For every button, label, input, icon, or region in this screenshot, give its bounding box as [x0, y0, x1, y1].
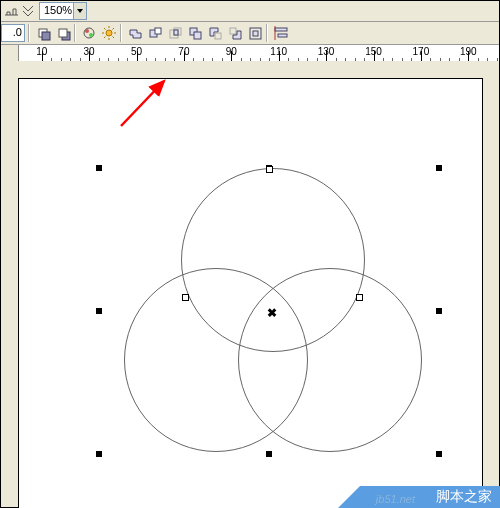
ruler-label: 50 [131, 46, 142, 57]
watermark-url: jb51.net [376, 493, 415, 505]
selection-handle[interactable] [266, 451, 272, 457]
svg-point-5 [85, 29, 89, 33]
ruler-label: 110 [270, 46, 287, 57]
front-minus-back-icon[interactable] [206, 24, 225, 43]
separator [120, 24, 122, 42]
watermark-text: 脚本之家 [436, 488, 492, 506]
shape-node[interactable] [356, 294, 363, 301]
selection-handle[interactable] [436, 165, 442, 171]
ruler-label: 190 [460, 46, 477, 57]
svg-rect-19 [275, 28, 287, 31]
svg-rect-9 [155, 28, 161, 34]
separator [28, 24, 30, 42]
watermark: jb51.net 脚本之家 [340, 482, 500, 508]
chevron-down-icon[interactable] [73, 3, 86, 19]
numeric-input[interactable]: .0 [1, 24, 25, 42]
color-balance-icon[interactable] [80, 24, 99, 43]
workspace[interactable]: ✖ jb51.net 脚本之家 [1, 61, 499, 507]
ruler-label: 90 [226, 46, 237, 57]
svg-rect-16 [230, 28, 236, 34]
svg-rect-1 [42, 32, 50, 40]
svg-rect-18 [253, 31, 258, 36]
simplify-icon[interactable] [186, 24, 205, 43]
toolbar-property: .0 [1, 22, 499, 45]
align-icon[interactable] [272, 24, 291, 43]
separator [266, 24, 268, 42]
selection-handle[interactable] [96, 308, 102, 314]
ruler-label: 130 [318, 46, 335, 57]
ruler-label: 70 [178, 46, 189, 57]
snap-icon[interactable] [4, 3, 19, 18]
svg-rect-15 [215, 33, 221, 39]
ruler-label: 170 [413, 46, 430, 57]
selection-center-icon[interactable]: ✖ [267, 306, 277, 320]
ruler-label: 150 [365, 46, 382, 57]
selection-handle[interactable] [436, 308, 442, 314]
back-minus-front-icon[interactable] [226, 24, 245, 43]
svg-rect-14 [194, 32, 201, 39]
toolbar-top: 150% [1, 1, 499, 22]
selection-handle[interactable] [436, 451, 442, 457]
svg-rect-3 [59, 29, 67, 37]
svg-rect-12 [174, 30, 178, 35]
svg-point-4 [84, 28, 94, 38]
shape-node[interactable] [182, 294, 189, 301]
to-back-icon[interactable] [54, 24, 73, 43]
separator [74, 24, 76, 42]
shape-node[interactable] [266, 166, 273, 173]
circle-object[interactable] [238, 268, 422, 452]
svg-point-6 [89, 33, 93, 37]
app-window: 150% .0 1030507090110130150170190 ✖ jb51… [0, 0, 500, 508]
brightness-icon[interactable] [100, 24, 119, 43]
svg-rect-20 [278, 34, 287, 37]
svg-point-7 [106, 30, 112, 36]
trim-icon[interactable] [146, 24, 165, 43]
options-icon[interactable] [21, 3, 36, 18]
ruler-label: 30 [84, 46, 95, 57]
to-front-icon[interactable] [34, 24, 53, 43]
page[interactable]: ✖ [18, 78, 483, 508]
selection-handle[interactable] [96, 165, 102, 171]
weld-icon[interactable] [126, 24, 145, 43]
intersect-icon[interactable] [166, 24, 185, 43]
ruler-label: 10 [36, 46, 47, 57]
zoom-value: 150% [44, 4, 72, 16]
create-boundary-icon[interactable] [246, 24, 265, 43]
selection-handle[interactable] [96, 451, 102, 457]
zoom-combo[interactable]: 150% [39, 2, 87, 20]
